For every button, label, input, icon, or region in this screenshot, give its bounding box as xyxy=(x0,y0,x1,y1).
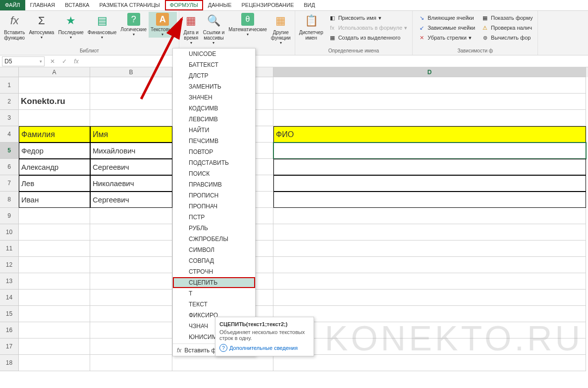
dd-item-прописн[interactable]: ПРОПИСН xyxy=(173,190,255,201)
cell-D8[interactable] xyxy=(273,192,586,208)
show-formulas-button[interactable]: ▦Показать форму xyxy=(479,13,535,23)
cell-B5[interactable]: Михайлович xyxy=(90,143,172,159)
dd-item-совпад[interactable]: СОВПАД xyxy=(173,255,255,266)
cell-A9[interactable] xyxy=(19,208,90,224)
dd-item-баттекст[interactable]: БАТТЕКСТ xyxy=(173,59,255,70)
remove-arrows-button[interactable]: ✕Убрать стрелки ▾ xyxy=(416,33,477,43)
row-header-17[interactable]: 17 xyxy=(0,339,19,355)
enter-formula-button[interactable]: ✓ xyxy=(58,56,70,66)
cell-B15[interactable] xyxy=(90,306,172,322)
cell-B6[interactable]: Сергеевич xyxy=(90,159,172,175)
cell-D15[interactable] xyxy=(273,306,586,322)
cell-A8[interactable]: Иван xyxy=(19,192,90,208)
cell-B16[interactable] xyxy=(90,322,172,339)
recent-button[interactable]: ★ Последние xyxy=(56,12,85,41)
row-header-18[interactable]: 18 xyxy=(0,355,19,371)
cell-D14[interactable] xyxy=(273,290,586,306)
cell-B3[interactable] xyxy=(90,110,172,126)
cell-A1[interactable] xyxy=(19,77,90,94)
dd-item-строчн[interactable]: СТРОЧН xyxy=(173,266,255,277)
dd-item-правсимв[interactable]: ПРАВСИМВ xyxy=(173,179,255,190)
cell-D16[interactable] xyxy=(273,322,586,339)
cell-D7[interactable] xyxy=(273,175,586,192)
dd-item-значен[interactable]: ЗНАЧЕН xyxy=(173,92,255,103)
trace-dependents-button[interactable]: ↙Зависимые ячейки xyxy=(416,23,477,33)
row-header-13[interactable]: 13 xyxy=(0,273,19,290)
cell-A3[interactable] xyxy=(19,110,90,126)
dd-item-найти[interactable]: НАЙТИ xyxy=(173,125,255,136)
cell-D18[interactable] xyxy=(273,355,586,371)
cell-A15[interactable] xyxy=(19,306,90,322)
cell-B7[interactable]: Николаевич xyxy=(90,175,172,192)
cell-C18[interactable] xyxy=(172,355,273,371)
financial-button[interactable]: ▤ Финансовые xyxy=(86,12,119,41)
dd-item-длстр[interactable]: ДЛСТР xyxy=(173,70,255,81)
dd-item-поиск[interactable]: ПОИСК xyxy=(173,168,255,179)
dd-item-левсимв[interactable]: ЛЕВСИМВ xyxy=(173,114,255,125)
tab-home[interactable]: ГЛАВНАЯ xyxy=(25,0,60,10)
row-header-6[interactable]: 6 xyxy=(0,159,19,175)
error-check-button[interactable]: ⚠Проверка налич xyxy=(479,23,535,33)
trace-precedents-button[interactable]: ↘Влияющие ячейки xyxy=(416,13,477,23)
fx-button[interactable]: fx xyxy=(70,56,82,66)
cell-A5[interactable]: Федор xyxy=(19,143,90,159)
cell-B12[interactable] xyxy=(90,257,172,273)
dd-item-рубль[interactable]: РУБЛЬ xyxy=(173,223,255,234)
row-header-3[interactable]: 3 xyxy=(0,110,19,126)
row-header-2[interactable]: 2 xyxy=(0,94,19,110)
cell-A6[interactable]: Александр xyxy=(19,159,90,175)
tab-view[interactable]: ВИД xyxy=(299,0,320,10)
row-header-11[interactable]: 11 xyxy=(0,241,19,257)
cell-A16[interactable] xyxy=(19,322,90,339)
row-header-12[interactable]: 12 xyxy=(0,257,19,273)
cell-D10[interactable] xyxy=(273,224,586,241)
cell-B18[interactable] xyxy=(90,355,172,371)
row-header-5[interactable]: 5 xyxy=(0,143,19,159)
row-header-10[interactable]: 10 xyxy=(0,224,19,241)
row-header-7[interactable]: 7 xyxy=(0,175,19,192)
use-in-formula-button[interactable]: fxИспользовать в формуле ▾ xyxy=(326,23,410,33)
cell-B17[interactable] xyxy=(90,339,172,355)
define-name-button[interactable]: ◧Присвоить имя ▾ xyxy=(326,13,410,23)
cell-A2[interactable]: Konekto.ru xyxy=(19,94,90,110)
col-header-a[interactable]: A xyxy=(19,67,90,77)
other-functions-button[interactable]: ▦ Другие функции xyxy=(269,12,293,46)
cell-D12[interactable] xyxy=(273,257,586,273)
cell-D6[interactable] xyxy=(273,159,586,175)
math-button[interactable]: θ Математические xyxy=(226,12,269,38)
cell-B13[interactable] xyxy=(90,273,172,290)
cell-D13[interactable] xyxy=(273,273,586,290)
tab-formulas[interactable]: ФОРМУЛЫ xyxy=(165,0,203,10)
cell-B9[interactable] xyxy=(90,208,172,224)
row-header-1[interactable]: 1 xyxy=(0,77,19,94)
row-header-14[interactable]: 14 xyxy=(0,290,19,306)
dd-item-повтор[interactable]: ПОВТОР xyxy=(173,146,255,157)
cell-A10[interactable] xyxy=(19,224,90,241)
insert-function-button[interactable]: fx Вставить функцию xyxy=(2,12,27,42)
dd-item-подставить[interactable]: ПОДСТАВИТЬ xyxy=(173,157,255,168)
dd-item-печсимв[interactable]: ПЕЧСИМВ xyxy=(173,136,255,146)
tooltip-more-link[interactable]: Дополнительные сведения xyxy=(219,344,310,352)
tab-review[interactable]: РЕЦЕНЗИРОВАНИЕ xyxy=(236,0,299,10)
cell-D3[interactable] xyxy=(273,110,586,126)
dd-item-сжпробелы[interactable]: СЖПРОБЕЛЫ xyxy=(173,234,255,244)
name-box[interactable]: D5 xyxy=(2,56,45,66)
create-from-selection-button[interactable]: ▦Создать из выделенного xyxy=(326,33,410,43)
cell-A14[interactable] xyxy=(19,290,90,306)
dd-item-сцепить[interactable]: СЦЕПИТЬ xyxy=(173,277,255,288)
dd-item-т[interactable]: Т xyxy=(173,288,255,299)
cell-D11[interactable] xyxy=(273,241,586,257)
row-header-4[interactable]: 4 xyxy=(0,126,19,143)
eval-formula-button[interactable]: ⊚Вычислить фор xyxy=(479,33,535,43)
cancel-formula-button[interactable]: ✕ xyxy=(47,56,58,66)
autosum-button[interactable]: Σ Автосумма xyxy=(27,12,56,41)
dd-item-кодсимв[interactable]: КОДСИМВ xyxy=(173,103,255,114)
cell-D1[interactable] xyxy=(273,77,586,94)
cell-D4[interactable]: ФИО xyxy=(273,126,586,143)
cell-A11[interactable] xyxy=(19,241,90,257)
cell-A7[interactable]: Лев xyxy=(19,175,90,192)
cell-B10[interactable] xyxy=(90,224,172,241)
row-header-9[interactable]: 9 xyxy=(0,208,19,224)
dd-item-пстр[interactable]: ПСТР xyxy=(173,212,255,223)
cell-A17[interactable] xyxy=(19,339,90,355)
